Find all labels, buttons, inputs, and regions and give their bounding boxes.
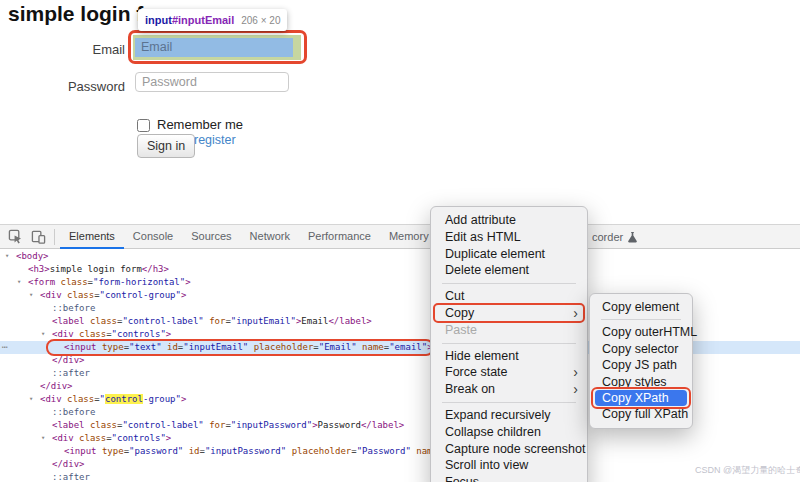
- code-segment: "email": [389, 342, 427, 352]
- inspect-tooltip-size: 206 × 20: [241, 15, 280, 26]
- menu-item-copy[interactable]: Copy›: [431, 305, 587, 322]
- code-segment: placeholder: [292, 446, 352, 456]
- password-input[interactable]: [135, 72, 289, 92]
- screenshot-root: simple login form Email Email input#inpu…: [0, 0, 800, 482]
- tab-sources[interactable]: Sources: [182, 225, 240, 249]
- inspect-element-icon[interactable]: [8, 229, 23, 244]
- expand-caret-icon[interactable]: ▾: [41, 432, 45, 445]
- submenu-item-copy-js-path[interactable]: Copy JS path: [590, 357, 692, 373]
- tab-elements[interactable]: Elements: [60, 225, 124, 249]
- code-segment: </div>: [40, 381, 73, 391]
- submenu-arrow-icon: ›: [573, 364, 578, 381]
- code-segment: placeholder: [254, 342, 314, 352]
- code-segment: "control-label": [122, 420, 203, 430]
- menu-item-collapse-children[interactable]: Collapse children: [431, 424, 587, 441]
- submenu-item-copy-element[interactable]: Copy element: [590, 299, 692, 315]
- menu-item-scroll-into-view[interactable]: Scroll into view: [431, 457, 587, 474]
- code-segment: >: [166, 329, 171, 339]
- code-segment: id: [167, 342, 178, 352]
- code-segment: ::after: [52, 368, 90, 378]
- code-segment: ::after: [52, 472, 90, 482]
- code-segment: </h3>: [142, 264, 169, 274]
- dom-tree-row[interactable]: ▾<body>: [0, 250, 800, 263]
- code-segment: <div: [40, 394, 67, 404]
- code-segment: >: [181, 394, 186, 404]
- submenu-item-copy-xpath[interactable]: Copy XPath: [595, 390, 687, 406]
- code-segment: class: [90, 420, 117, 430]
- device-toolbar-icon[interactable]: [31, 229, 46, 244]
- annotation-box-copy: [433, 303, 585, 323]
- submenu-item-copy-selector[interactable]: Copy selector: [590, 341, 692, 357]
- menu-item-paste: Paste: [431, 322, 587, 339]
- dom-tree-row[interactable]: <h3>simple login form</h3>: [0, 263, 800, 276]
- code-segment: </div>: [52, 355, 85, 365]
- tab-console[interactable]: Console: [124, 225, 182, 249]
- dom-tree-row[interactable]: ::after: [0, 471, 800, 482]
- menu-item-break-on[interactable]: Break on›: [431, 381, 587, 398]
- code-segment: for: [209, 420, 225, 430]
- submenu-item-copy-outerhtml[interactable]: Copy outerHTML: [590, 324, 692, 340]
- expand-caret-icon[interactable]: ▾: [17, 276, 21, 289]
- code-segment: <div: [40, 290, 67, 300]
- submenu-item-copy-styles[interactable]: Copy styles: [590, 374, 692, 390]
- dom-tree-row[interactable]: ▾<div class="controls">: [0, 432, 800, 445]
- tab-recorder-partial[interactable]: corder: [592, 225, 638, 249]
- submenu-item-copy-full-xpath[interactable]: Copy full XPath: [590, 406, 692, 422]
- tab-memory[interactable]: Memory: [380, 225, 438, 249]
- inspect-tooltip-selector: input#inputEmail: [145, 14, 234, 26]
- submenu-arrow-icon: ›: [573, 381, 578, 398]
- code-segment: >: [185, 277, 190, 287]
- toolbar-divider: [54, 229, 55, 245]
- expand-caret-icon[interactable]: ▾: [29, 393, 33, 406]
- sign-in-button[interactable]: Sign in: [137, 134, 195, 158]
- code-segment: <body>: [16, 251, 49, 261]
- code-segment: <h3>: [28, 264, 50, 274]
- code-segment: ::before: [52, 303, 95, 313]
- dom-tree-row[interactable]: </div>: [0, 458, 800, 471]
- expand-caret-icon[interactable]: ▾: [5, 250, 9, 263]
- menu-item-add-attribute[interactable]: Add attribute: [431, 212, 587, 229]
- register-link[interactable]: register: [194, 133, 236, 147]
- menu-item-duplicate-element[interactable]: Duplicate element: [431, 246, 587, 263]
- watermark: CSDN @渴望力量的哈士奇: [695, 464, 800, 477]
- email-label: Email: [40, 42, 125, 57]
- menu-item-cut[interactable]: Cut: [431, 288, 587, 305]
- code-segment: "controls": [112, 329, 166, 339]
- code-segment: id: [189, 446, 200, 456]
- menu-item-focus[interactable]: Focus: [431, 474, 587, 482]
- search-match-highlight: control: [105, 394, 143, 404]
- menu-item-force-state[interactable]: Force state›: [431, 364, 587, 381]
- code-segment: "Password": [357, 446, 411, 456]
- expand-caret-icon[interactable]: ▾: [29, 289, 33, 302]
- code-segment: type: [102, 342, 124, 352]
- menu-item-edit-as-html[interactable]: Edit as HTML: [431, 229, 587, 246]
- code-segment: <input: [64, 342, 102, 352]
- tab-performance[interactable]: Performance: [299, 225, 380, 249]
- menu-item-hide-element[interactable]: Hide element: [431, 348, 587, 365]
- code-segment: simple login form: [50, 264, 142, 274]
- annotation-box-email-input: [128, 30, 307, 64]
- menu-separator: [442, 402, 576, 403]
- menu-item-expand-recursively[interactable]: Expand recursively: [431, 407, 587, 424]
- code-segment: "inputEmail": [231, 316, 296, 326]
- code-segment: class: [90, 316, 117, 326]
- menu-item-capture-node-screenshot[interactable]: Capture node screenshot: [431, 441, 587, 458]
- code-segment: -group": [143, 394, 181, 404]
- tab-network[interactable]: Network: [241, 225, 299, 249]
- remember-me-label: Remember me: [157, 117, 243, 132]
- code-segment: for: [209, 316, 225, 326]
- context-menu: Add attributeEdit as HTMLDuplicate eleme…: [430, 206, 588, 482]
- expand-caret-icon[interactable]: ▾: [41, 328, 45, 341]
- code-segment: class: [79, 329, 106, 339]
- code-segment: Password: [318, 420, 361, 430]
- dom-tree-row[interactable]: <input type="password" id="inputPassword…: [0, 445, 800, 458]
- code-segment: "controls": [112, 433, 166, 443]
- code-segment: class: [67, 394, 94, 404]
- dom-tree-row[interactable]: ▾<form class="form-horizontal">: [0, 276, 800, 289]
- menu-separator: [601, 319, 681, 320]
- remember-me-checkbox[interactable]: [137, 119, 150, 132]
- code-segment: class: [79, 433, 106, 443]
- code-segment: "Email": [319, 342, 357, 352]
- menu-item-delete-element[interactable]: Delete element: [431, 262, 587, 279]
- code-segment: ::before: [52, 407, 95, 417]
